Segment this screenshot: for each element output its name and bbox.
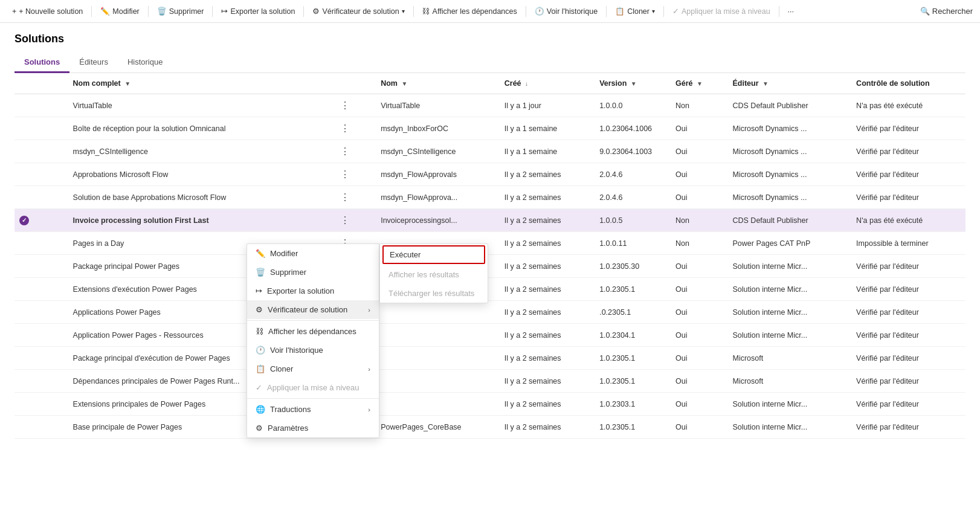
col-header-nom-complet[interactable]: Nom complet ▼ bbox=[68, 73, 335, 94]
cell-cree: Il y a 2 semaines bbox=[500, 324, 595, 347]
cm-modifier[interactable]: ✏️ Modifier bbox=[247, 244, 379, 263]
table-row[interactable]: msdyn_CSIntelligence⋮msdyn_CSIntelligenc… bbox=[15, 140, 965, 163]
cell-version: 1.0.2304.1 bbox=[595, 324, 671, 347]
cm-verificateur[interactable]: ⚙ Vérificateur de solution › bbox=[247, 300, 379, 319]
cell-editeur: CDS Default Publisher bbox=[728, 209, 852, 232]
table-row[interactable]: Extensions principales de Power Pages⋮Il… bbox=[15, 393, 965, 416]
row-dots-btn[interactable]: ⋮ bbox=[339, 100, 351, 111]
cell-controle: Vérifié par l'éditeur bbox=[851, 186, 965, 209]
cm-historique[interactable]: 🕐 Voir l'historique bbox=[247, 341, 379, 359]
cell-nom: VirtualTable bbox=[376, 94, 500, 117]
page-title: Solutions bbox=[15, 33, 965, 45]
search-area[interactable]: 🔍 Rechercher bbox=[920, 7, 973, 16]
col-header-editeur[interactable]: Éditeur ▼ bbox=[728, 73, 852, 94]
cm-mise-a-niveau[interactable]: ✓ Appliquer la mise à niveau bbox=[247, 378, 379, 397]
cell-gere: Oui bbox=[671, 140, 727, 163]
sm-executer[interactable]: Exécuter bbox=[382, 245, 485, 264]
mise-a-niveau-btn[interactable]: ✓ Appliquer la mise à niveau bbox=[668, 4, 775, 19]
tab-historique[interactable]: Historique bbox=[118, 53, 173, 73]
cell-nom: msdyn_FlowApprova... bbox=[376, 186, 500, 209]
table-row[interactable]: Dépendances principales de Power Pages R… bbox=[15, 370, 965, 393]
cell-controle: N'a pas été exécuté bbox=[851, 94, 965, 117]
cm-dependances[interactable]: ⛓ Afficher les dépendances bbox=[247, 322, 379, 341]
cell-controle: Vérifié par l'éditeur bbox=[851, 347, 965, 370]
cell-gere: Oui bbox=[671, 301, 727, 324]
chain-icon-cm: ⛓ bbox=[256, 327, 263, 336]
chevron-right-icon: › bbox=[368, 306, 370, 314]
page-header: Solutions Solutions Éditeurs Historique bbox=[0, 23, 980, 73]
cell-gere: Oui bbox=[671, 117, 727, 140]
sm-telecharger[interactable]: Télécharger les résultats bbox=[380, 284, 488, 303]
col-header-nom[interactable]: Nom ▼ bbox=[376, 73, 500, 94]
table-row[interactable]: Solution de base Approbations Microsoft … bbox=[15, 186, 965, 209]
cell-editeur: Solution interne Micr... bbox=[728, 255, 852, 278]
table-row[interactable]: Extensions d'exécution Power Pages⋮Il y … bbox=[15, 278, 965, 301]
supprimer-btn[interactable]: 🗑️ Supprimer bbox=[152, 4, 209, 19]
cell-nom: PowerPages_CoreBase bbox=[376, 416, 500, 439]
table-row[interactable]: VirtualTable⋮VirtualTableIl y a 1 jour1.… bbox=[15, 94, 965, 117]
table-row[interactable]: Approbations Microsoft Flow⋮msdyn_FlowAp… bbox=[15, 163, 965, 186]
cell-version: 1.0.2305.30 bbox=[595, 255, 671, 278]
cm-supprimer[interactable]: 🗑️ Supprimer bbox=[247, 263, 379, 282]
cell-cree: Il y a 2 semaines bbox=[500, 255, 595, 278]
cell-cree: Il y a 2 semaines bbox=[500, 370, 595, 393]
col-header-cree[interactable]: Créé ↓ bbox=[500, 73, 595, 94]
cell-editeur: Microsoft bbox=[728, 347, 852, 370]
table-row[interactable]: Boîte de réception pour la solution Omni… bbox=[15, 117, 965, 140]
col-header-version[interactable]: Version ▼ bbox=[595, 73, 671, 94]
table-row[interactable]: Pages in a Day⋮Il y a 2 semaines1.0.0.11… bbox=[15, 232, 965, 255]
more-btn[interactable]: ··· bbox=[783, 4, 799, 19]
cell-editeur: Microsoft Dynamics ... bbox=[728, 186, 852, 209]
cell-editeur: Microsoft bbox=[728, 370, 852, 393]
row-dots-btn[interactable]: ⋮ bbox=[339, 214, 351, 226]
tab-solutions[interactable]: Solutions bbox=[15, 53, 69, 73]
cm-exporter[interactable]: ↦ Exporter la solution bbox=[247, 282, 379, 300]
row-checkbox[interactable] bbox=[19, 216, 29, 225]
cell-controle: Vérifié par l'éditeur bbox=[851, 416, 965, 439]
cm-traductions[interactable]: 🌐 Traductions › bbox=[247, 400, 379, 419]
cell-version: 1.0.0.5 bbox=[595, 209, 671, 232]
cell-version: 1.0.2305.1 bbox=[595, 347, 671, 370]
historique-btn[interactable]: 🕐 Voir l'historique bbox=[530, 4, 602, 19]
row-dots-btn[interactable]: ⋮ bbox=[339, 192, 351, 203]
separator-2 bbox=[148, 6, 149, 17]
row-dots-btn[interactable]: ⋮ bbox=[339, 169, 351, 180]
sort-arrow-nom-complet: ▼ bbox=[124, 80, 131, 87]
cell-controle: Vérifié par l'éditeur bbox=[851, 301, 965, 324]
cell-editeur: Solution interne Micr... bbox=[728, 324, 852, 347]
solutions-table: Nom complet ▼ Nom ▼ Créé ↓ Version ▼ Gé bbox=[15, 73, 965, 439]
row-dots-btn[interactable]: ⋮ bbox=[339, 146, 351, 157]
table-row[interactable]: Package principal Power Pages⋮Il y a 2 s… bbox=[15, 255, 965, 278]
cm-cloner[interactable]: 📋 Cloner › bbox=[247, 359, 379, 378]
table-row[interactable]: Base principale de Power Pages⋮PowerPage… bbox=[15, 416, 965, 439]
separator-5 bbox=[413, 6, 414, 17]
clone-icon: 📋 bbox=[615, 7, 625, 16]
table-row[interactable]: Package principal d'exécution de Power P… bbox=[15, 347, 965, 370]
table-row[interactable]: Application Power Pages - Ressources⋮Il … bbox=[15, 324, 965, 347]
cm-parametres[interactable]: ⚙ Paramètres bbox=[247, 419, 379, 437]
cell-gere: Oui bbox=[671, 370, 727, 393]
verificateur-btn[interactable]: ⚙ Vérificateur de solution ▾ bbox=[308, 4, 409, 19]
cell-cree: Il y a 2 semaines bbox=[500, 301, 595, 324]
modifier-btn[interactable]: ✏️ Modifier bbox=[95, 4, 144, 19]
new-solution-btn[interactable]: + + Nouvelle solution bbox=[7, 4, 88, 19]
cloner-btn[interactable]: 📋 Cloner ▾ bbox=[610, 4, 660, 19]
sm-afficher[interactable]: Afficher les résultats bbox=[380, 265, 488, 284]
table-row[interactable]: Applications Power Pages⋮Il y a 2 semain… bbox=[15, 301, 965, 324]
cell-nom bbox=[376, 347, 500, 370]
col-header-checkbox bbox=[15, 73, 68, 94]
cell-gere: Oui bbox=[671, 163, 727, 186]
chevron-down-icon: ▾ bbox=[402, 8, 405, 15]
table-row[interactable]: Invoice processing solution First Last⋮I… bbox=[15, 209, 965, 232]
col-header-gere[interactable]: Géré ▼ bbox=[671, 73, 727, 94]
cell-editeur: Power Pages CAT PnP bbox=[728, 232, 852, 255]
context-menu: ✏️ Modifier 🗑️ Supprimer ↦ Exporter la s… bbox=[247, 243, 379, 438]
dependances-btn[interactable]: ⛓ Afficher les dépendances bbox=[417, 4, 522, 19]
tab-editeurs[interactable]: Éditeurs bbox=[69, 53, 118, 73]
cell-cree: Il y a 1 jour bbox=[500, 94, 595, 117]
exporter-btn[interactable]: ↦ Exporter la solution bbox=[216, 4, 300, 19]
row-dots-btn[interactable]: ⋮ bbox=[339, 123, 351, 134]
cell-version: 2.0.4.6 bbox=[595, 163, 671, 186]
cell-gere: Oui bbox=[671, 347, 727, 370]
cell-gere: Oui bbox=[671, 324, 727, 347]
